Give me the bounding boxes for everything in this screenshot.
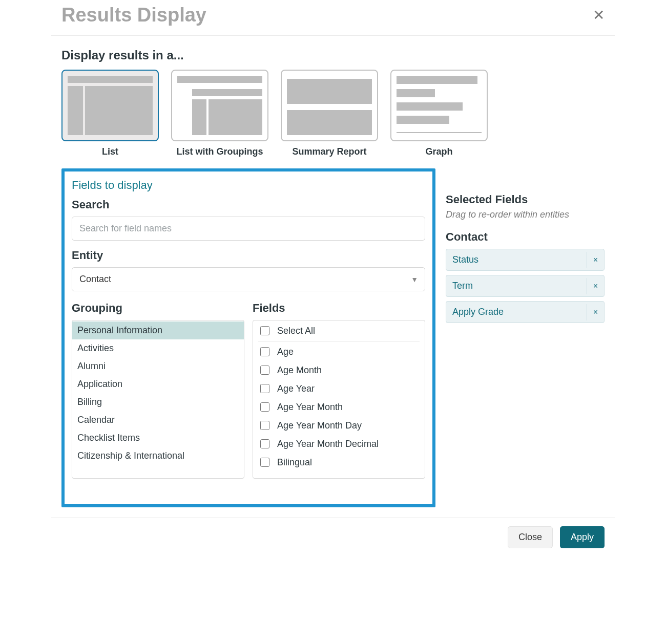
selected-field-chip[interactable]: Apply Grade× [446, 301, 605, 323]
field-checkbox[interactable] [260, 366, 269, 375]
display-type-list-groupings[interactable]: List with Groupings [171, 70, 268, 157]
field-label: Age Year Month Decimal [277, 439, 379, 449]
fields-list[interactable]: Select AllAgeAge MonthAge YearAge Year M… [253, 320, 425, 479]
selected-fields-hint: Drag to re-order within entities [446, 209, 605, 220]
field-item[interactable]: Bilingual [253, 453, 425, 471]
grouping-list[interactable]: Personal InformationActivitiesAlumniAppl… [72, 320, 244, 479]
display-type-list-thumb [61, 70, 159, 141]
grouping-item[interactable]: Activities [72, 339, 244, 357]
entity-select[interactable] [72, 267, 425, 291]
grouping-item[interactable]: Alumni [72, 357, 244, 375]
selected-field-chip[interactable]: Status× [446, 249, 605, 271]
remove-chip-icon[interactable]: × [587, 252, 604, 268]
modal-footer: Close Apply [51, 518, 615, 556]
display-in-label: Display results in a... [61, 48, 605, 62]
display-type-summary-thumb [281, 70, 378, 141]
display-type-list-caption: List [102, 146, 118, 157]
field-label: Age Month [277, 365, 322, 376]
field-label: Age [277, 347, 294, 357]
field-checkbox[interactable] [260, 384, 269, 393]
modal-body: Display results in a... List [51, 36, 615, 518]
grouping-item[interactable]: Application [72, 375, 244, 393]
selected-field-chip[interactable]: Term× [446, 275, 605, 297]
field-checkbox[interactable] [260, 326, 269, 335]
search-input[interactable] [72, 217, 425, 241]
display-type-graph[interactable]: Graph [390, 70, 488, 157]
selected-field-chip-list: Status×Term×Apply Grade× [446, 249, 605, 323]
grouping-item[interactable]: Billing [72, 393, 244, 411]
chip-label: Apply Grade [446, 302, 510, 323]
modal-header: Results Display ✕ [51, 0, 615, 36]
entity-label: Entity [72, 249, 425, 262]
search-label: Search [72, 198, 425, 211]
close-icon[interactable]: ✕ [593, 8, 605, 23]
grouping-item[interactable]: Citizenship & International [72, 447, 244, 465]
field-label: Age Year Month Day [277, 420, 362, 431]
display-type-graph-thumb [390, 70, 488, 141]
field-label: Age Year Month [277, 402, 343, 413]
modal-title: Results Display [61, 4, 206, 26]
field-checkbox[interactable] [260, 347, 269, 356]
fields-label: Fields [253, 302, 425, 315]
field-checkbox[interactable] [260, 402, 269, 412]
chip-label: Status [446, 249, 485, 270]
selected-entity-name: Contact [446, 230, 605, 244]
field-item[interactable]: Age Year Month [253, 398, 425, 416]
field-item[interactable]: Age Year Month Decimal [253, 435, 425, 453]
field-item[interactable]: Select All [253, 321, 425, 340]
field-checkbox[interactable] [260, 458, 269, 467]
grouping-label: Grouping [72, 302, 244, 315]
field-checkbox[interactable] [260, 439, 269, 448]
field-checkbox[interactable] [260, 421, 269, 430]
chip-label: Term [446, 275, 479, 296]
display-type-row: List List with Groupings [61, 70, 605, 157]
remove-chip-icon[interactable]: × [587, 278, 604, 294]
selected-fields-panel: Selected Fields Drag to re-order within … [446, 168, 605, 507]
fields-panel-title: Fields to display [72, 179, 425, 192]
field-item[interactable]: Age Year [253, 379, 425, 398]
grouping-item[interactable]: Personal Information [72, 321, 244, 339]
field-item[interactable]: Age [253, 342, 425, 361]
selected-fields-title: Selected Fields [446, 193, 605, 206]
apply-button[interactable]: Apply [560, 526, 605, 548]
close-button[interactable]: Close [508, 526, 553, 548]
display-type-list-groupings-thumb [171, 70, 268, 141]
field-label: Age Year [277, 383, 315, 394]
display-type-list[interactable]: List [61, 70, 159, 157]
display-type-graph-caption: Graph [425, 146, 452, 157]
display-type-list-groupings-caption: List with Groupings [177, 146, 263, 157]
display-type-summary-caption: Summary Report [292, 146, 366, 157]
grouping-item[interactable]: Checklist Items [72, 429, 244, 447]
field-item[interactable]: Age Year Month Day [253, 416, 425, 435]
field-label: Select All [277, 326, 315, 336]
display-type-summary[interactable]: Summary Report [281, 70, 378, 157]
field-label: Bilingual [277, 457, 312, 468]
field-item[interactable]: Age Month [253, 361, 425, 379]
fields-to-display-panel: Fields to display Search Entity ▼ Groupi… [61, 168, 435, 507]
results-display-modal: Results Display ✕ Display results in a..… [51, 0, 615, 556]
grouping-item[interactable]: Calendar [72, 411, 244, 429]
remove-chip-icon[interactable]: × [587, 304, 604, 320]
